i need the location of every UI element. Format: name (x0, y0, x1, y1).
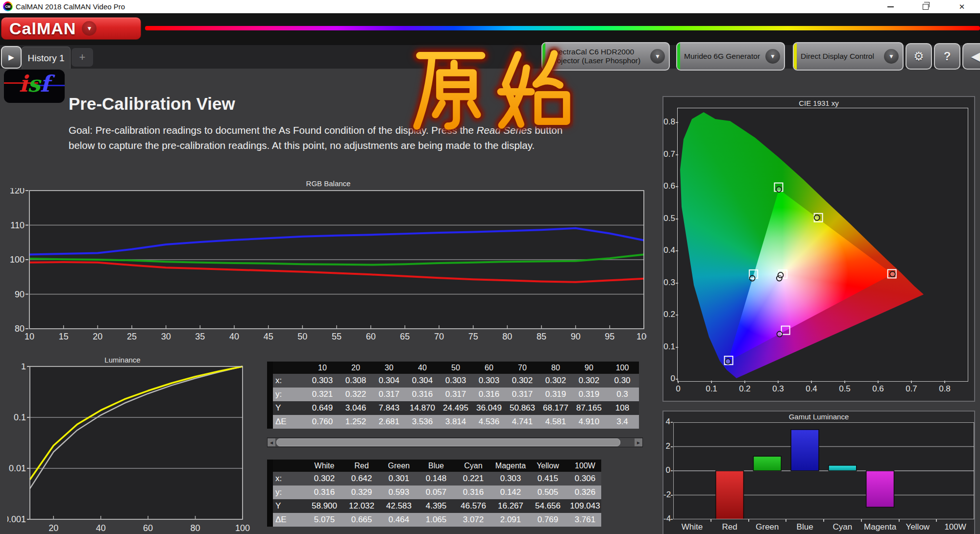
y-tick (671, 495, 673, 496)
settings-button[interactable]: ⚙ (906, 43, 932, 70)
cell: 1.065 (417, 513, 455, 527)
chevron-down-icon[interactable]: ▼ (765, 49, 780, 64)
x-tick (748, 519, 749, 522)
column-header: Blue (417, 460, 455, 472)
grayscale-table: 102030405060708090100x: CIE310.3030.3080… (267, 362, 642, 429)
calman-window: { "window": { "title": "CalMAN 2018 CalM… (0, 0, 980, 534)
x-tick (778, 381, 779, 383)
cell: 0.317 (506, 388, 539, 401)
x-tick-label: 40 (229, 332, 239, 341)
cell: 0.303 (439, 374, 472, 388)
cell: 2.091 (492, 513, 529, 527)
cell: 0.593 (380, 485, 417, 499)
cell: 7.843 (372, 401, 406, 415)
display-control-dropdown[interactable]: Direct Display Control ▼ (793, 42, 904, 71)
cell: 0.302 (506, 374, 539, 388)
cell: 0.329 (343, 485, 380, 499)
app-icon-text: CM (4, 3, 12, 10)
maximize-button[interactable] (914, 0, 937, 13)
row-label: y: CIE31 (273, 388, 306, 401)
y-tick-label: 0.8 (663, 117, 675, 127)
cell: 36.049 (472, 401, 506, 415)
y-tick-label: 0.5 (663, 214, 675, 223)
y-tick (676, 218, 678, 219)
cell: 0.642 (343, 472, 380, 485)
x-tick-label: 0.4 (803, 384, 820, 394)
cell: 0.142 (492, 485, 529, 499)
column-header: 100W (566, 460, 601, 472)
isf-s: s (27, 71, 40, 97)
cell: 0.319 (572, 388, 606, 401)
x-tick-label: 0.3 (770, 384, 786, 394)
chevron-down-icon[interactable]: ▼ (650, 49, 665, 64)
x-tick-label: 0.7 (903, 384, 920, 394)
x-tick (944, 381, 945, 383)
add-tab-button[interactable]: + (72, 48, 93, 67)
gutter (267, 415, 273, 429)
bar-red (716, 471, 744, 519)
page-title: Pre-Calibration View (69, 94, 235, 114)
y-tick-label: 110 (10, 220, 24, 230)
y-tick-label: 120 (10, 188, 24, 195)
cell: 0.302 (539, 374, 572, 388)
cell: 0.148 (417, 472, 455, 485)
cell: 0.322 (339, 388, 372, 401)
y-tick-label: 2 (663, 441, 670, 451)
cell: 5.075 (306, 513, 343, 527)
x-tick (899, 519, 900, 522)
x-tick-label: 50 (297, 332, 307, 341)
cell: 0.505 (529, 485, 566, 499)
table-scrollbar[interactable]: ◄ ► (267, 437, 643, 447)
chevron-down-icon[interactable]: ▼ (884, 49, 899, 64)
y-tick-label: 80 (15, 324, 24, 334)
x-tick-label: 0.6 (870, 384, 886, 394)
workflow-nav-button[interactable]: ▶ (1, 46, 22, 69)
cell: 3.761 (566, 513, 601, 527)
table-row: Y58.90012.03242.5834.39546.57616.26754.6… (267, 499, 601, 513)
table-row: y: CIE310.3210.3220.3170.3160.3170.3160.… (267, 388, 642, 401)
x-tick (785, 519, 786, 522)
y-tick-label: 100 (10, 255, 24, 265)
cell: 0.316 (306, 485, 343, 499)
column-header: White (306, 460, 343, 472)
y-tick (671, 470, 673, 471)
category-label-magenta: Magenta (861, 522, 899, 532)
y-tick-label: -4 (663, 514, 670, 524)
cell: 16.267 (492, 499, 529, 513)
table-row: y: CIE310.3160.3290.5930.0570.3160.1420.… (267, 485, 601, 499)
help-button[interactable]: ? (934, 43, 960, 70)
calman-menu-button[interactable]: CalMAN ▼ (1, 17, 141, 40)
row-label: ΔE 2000 (273, 513, 306, 527)
x-tick (844, 381, 845, 383)
luminance-chart: 10.10.010.00120406080100 (7, 364, 255, 533)
cell: 0.464 (380, 513, 417, 527)
column-header: 100 (606, 362, 639, 374)
y-tick-label: 0.1 (663, 342, 675, 352)
cell: 4.910 (572, 415, 606, 429)
x-tick-label: 0.8 (936, 384, 953, 394)
collapse-panel-button[interactable]: ◀ (962, 43, 980, 70)
x-tick (710, 519, 711, 522)
scrollbar-thumb[interactable] (276, 438, 620, 446)
x-tick-label: 55 (332, 332, 342, 341)
y-tick (676, 186, 678, 187)
bar-cyan (829, 465, 857, 471)
cell: 68.177 (539, 401, 572, 415)
row-label: ΔE 2000 (273, 415, 306, 429)
cell: 0.30 (606, 374, 639, 388)
scroll-right-arrow[interactable]: ► (635, 438, 642, 446)
scroll-left-arrow[interactable]: ◄ (268, 438, 275, 446)
y-tick (671, 446, 673, 447)
tab-history-1[interactable]: History 1 (22, 47, 71, 69)
y-tick (676, 154, 678, 155)
cell: 46.576 (455, 499, 492, 513)
close-button[interactable]: ✕ (951, 0, 973, 13)
cell: 0.057 (417, 485, 455, 499)
minimize-button[interactable] (879, 0, 902, 13)
y-tick-label: 0.01 (9, 463, 26, 473)
gamut-luminance-panel: Gamut Luminance 420-2-4WhiteRedGreenBlue… (662, 411, 975, 534)
cell: 109.043 (566, 499, 601, 513)
source-dropdown[interactable]: Murideo 6G Generator ▼ (676, 42, 785, 71)
x-tick-label: 60 (143, 523, 153, 533)
cell: 42.583 (380, 499, 417, 513)
